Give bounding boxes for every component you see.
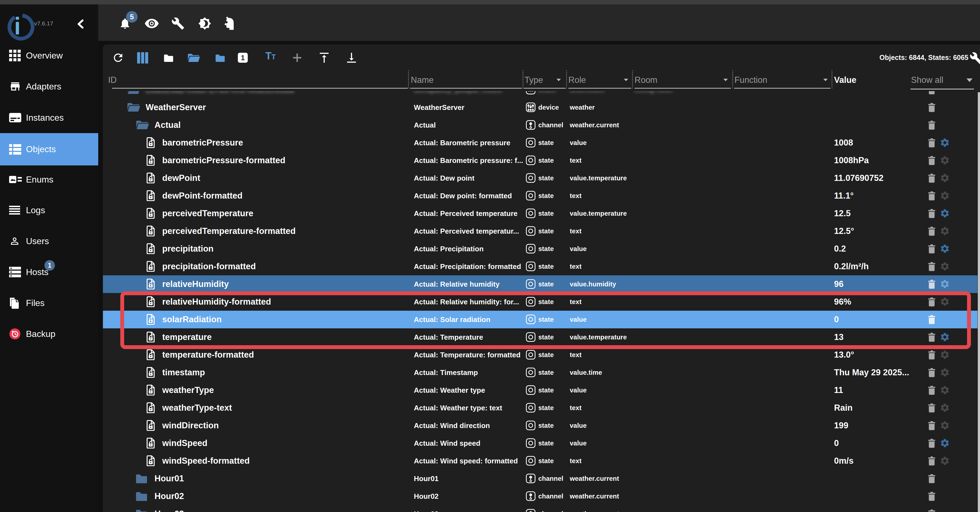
svg-text:1: 1 (241, 54, 245, 62)
